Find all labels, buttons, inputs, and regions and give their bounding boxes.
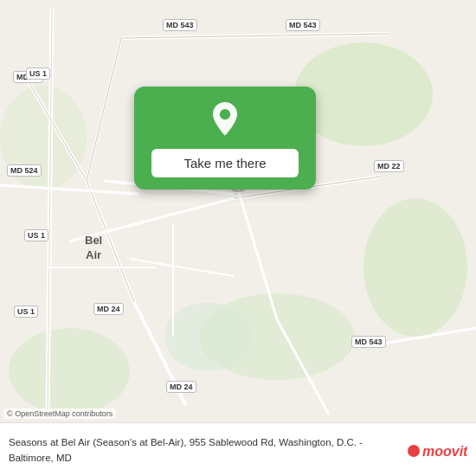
take-me-there-button[interactable]: Take me there (151, 149, 299, 177)
svg-text:moovit: moovit (422, 444, 467, 459)
road-label-md524: MD 524 (7, 164, 42, 177)
road-label-us1-bot: US 1 (14, 306, 38, 318)
svg-point-2 (363, 198, 467, 337)
road-label-us1-mid: US 1 (24, 229, 48, 241)
osm-attribution: © OpenStreetMap contributors (3, 408, 116, 419)
map-area: MD 543 MD 543 MD 24 US 1 MD 524 US 1 US … (0, 0, 476, 422)
road-label-md22: MD 22 (374, 160, 404, 172)
road-label-md543-bot: MD 543 (351, 336, 386, 348)
location-description: Seasons at Bel Air (Season's at Bel-Air)… (9, 435, 398, 466)
map-roads-svg (0, 0, 476, 422)
svg-point-31 (408, 445, 420, 457)
info-bar: Seasons at Bel Air (Season's at Bel-Air)… (0, 422, 476, 476)
bel-air-label: BelAir (85, 234, 102, 263)
svg-point-30 (220, 109, 230, 119)
map-pin-icon (206, 102, 244, 140)
road-label-md24-bot: MD 24 (93, 303, 124, 315)
svg-point-6 (164, 302, 251, 371)
location-card: Take me there (134, 87, 316, 190)
road-label-md543-2: MD 543 (286, 19, 320, 31)
road-label-md543-1: MD 543 (163, 19, 197, 31)
svg-point-4 (9, 328, 130, 415)
road-label-md24-bot2: MD 24 (166, 381, 196, 393)
road-label-us1-top: US 1 (26, 68, 50, 80)
app-container: MD 543 MD 543 MD 24 US 1 MD 524 US 1 US … (0, 0, 476, 476)
moovit-logo: moovit (407, 438, 467, 464)
moovit-svg: moovit (407, 438, 467, 464)
